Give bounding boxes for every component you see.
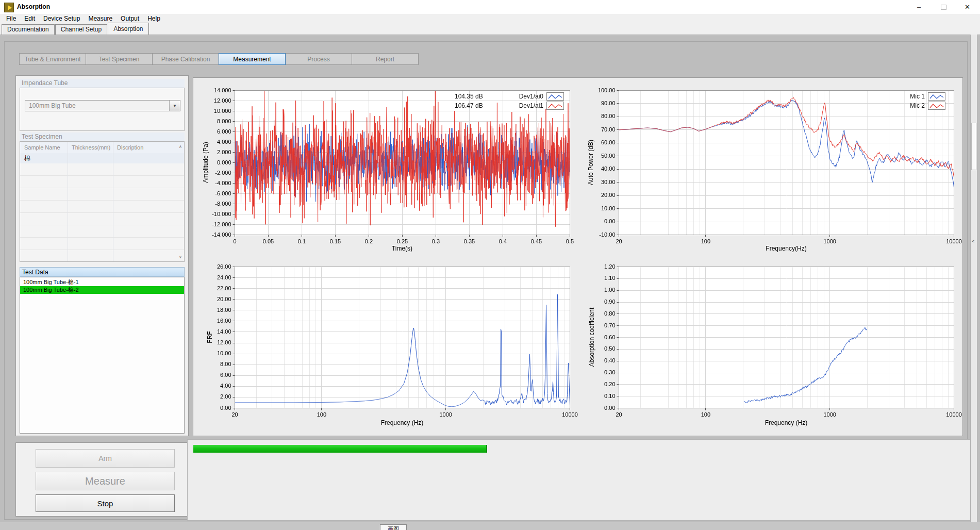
subtab-test-specimen[interactable]: Test Specimen: [86, 53, 153, 65]
app-icon: [4, 3, 14, 12]
legend-label: Dev1/ai1: [516, 102, 543, 109]
maximize-icon: [941, 5, 946, 10]
y-axis-label: FRF: [206, 286, 213, 389]
tab-documentation[interactable]: Documentation: [2, 24, 55, 35]
legend-label: Dev1/ai0: [516, 93, 543, 100]
absorption-coefficient-chart[interactable]: [585, 260, 967, 421]
table-empty-rows: [20, 163, 184, 261]
stop-button[interactable]: Stop: [36, 494, 175, 512]
test-data-list[interactable]: 100mm Big Tube-棉-1 100mm Big Tube-棉-2: [20, 277, 185, 434]
tab-channel-setup[interactable]: Channel Setup: [55, 24, 107, 35]
series-line-icon[interactable]: [546, 102, 564, 110]
x-axis-label: Frequency (Hz): [735, 419, 838, 426]
actions-panel: Arm Measure Stop: [15, 442, 189, 517]
column-discription: Discription: [113, 144, 184, 151]
collapse-left-icon[interactable]: <: [972, 239, 974, 244]
x-axis-label: Time(s): [351, 245, 454, 252]
legend-row: Mic 2: [875, 101, 945, 110]
subtab-phase-calibration[interactable]: Phase Calibration: [152, 53, 219, 65]
column-thickness: Thickness(mm): [68, 144, 113, 151]
table-row[interactable]: 棉: [20, 153, 184, 163]
auto-power-legend: Mic 1Mic 2: [875, 92, 945, 110]
table-header-row: Sample Name Thickness(mm) Discription: [20, 142, 184, 154]
scrollbar-thumb[interactable]: [971, 123, 976, 170]
frf-chart[interactable]: [201, 260, 583, 421]
cell-sample-name: 棉: [20, 154, 30, 163]
measure-button[interactable]: Measure: [36, 472, 175, 490]
play-arrow-icon: [8, 5, 12, 10]
dropdown-arrow-button[interactable]: ▼: [169, 101, 180, 111]
main-tab-strip: Documentation Channel Setup Absorption: [0, 24, 980, 35]
dropdown-selected-value: 100mm Big Tube: [25, 102, 169, 109]
progress-track: [193, 445, 967, 453]
y-axis-label: Auto Power (dB): [587, 111, 594, 214]
impedance-tube-header: Impendace Tube: [20, 79, 185, 88]
series-line-icon[interactable]: [546, 92, 564, 101]
menu-item-device-setup[interactable]: Device Setup: [39, 14, 84, 24]
vertical-scrollbar[interactable]: <: [970, 35, 977, 522]
x-axis-label: Frequency (Hz): [351, 419, 454, 426]
scroll-up-icon[interactable]: ∧: [178, 144, 183, 149]
legend-value: 106.47 dB: [455, 102, 516, 109]
arm-button[interactable]: Arm: [36, 449, 175, 468]
y-axis-label: Amplitude (Pa): [202, 111, 209, 214]
test-specimen-table[interactable]: Sample Name Thickness(mm) Discription 棉 …: [20, 141, 185, 262]
column-separator: [113, 142, 113, 261]
tab-absorption[interactable]: Absorption: [108, 23, 148, 35]
application-window: Absorption – ✕ File Edit Device Setup Me…: [0, 0, 980, 530]
series-line-icon[interactable]: [928, 92, 945, 101]
time-chart-legend: 104.35 dBDev1/ai0106.47 dBDev1/ai1: [455, 92, 564, 110]
list-item-selected[interactable]: 100mm Big Tube-棉-2: [20, 286, 184, 294]
chevron-down-icon: ▼: [173, 104, 177, 108]
taskbar: 画图: [0, 522, 980, 530]
series-line-icon[interactable]: [928, 102, 945, 110]
subtab-report[interactable]: Report: [352, 53, 419, 65]
legend-row: Mic 1: [875, 92, 945, 101]
x-axis-label: Frequency(Hz): [735, 245, 838, 252]
legend-value: 104.35 dB: [455, 93, 516, 100]
legend-label: Mic 1: [875, 93, 925, 100]
sidebar-panel: Impendace Tube 100mm Big Tube ▼ Test Spe…: [15, 75, 189, 436]
progress-panel: [187, 439, 973, 521]
window-title: Absorption: [17, 0, 50, 14]
menu-item-edit[interactable]: Edit: [20, 14, 39, 24]
maximize-button[interactable]: [932, 0, 955, 14]
column-sample-name: Sample Name: [20, 144, 68, 151]
impedance-tube-dropdown[interactable]: 100mm Big Tube ▼: [25, 100, 180, 111]
progress-bar-fill: [193, 445, 487, 453]
taskbar-peek-button[interactable]: 画图: [380, 524, 407, 530]
legend-row: 104.35 dBDev1/ai0: [455, 92, 564, 101]
title-bar: Absorption – ✕: [0, 0, 980, 14]
list-item[interactable]: 100mm Big Tube-棉-1: [20, 278, 184, 286]
close-button[interactable]: ✕: [956, 0, 979, 14]
test-data-header: Test Data: [20, 267, 185, 277]
minimize-button[interactable]: –: [907, 0, 931, 14]
subtab-process[interactable]: Process: [285, 53, 352, 65]
column-separator: [68, 142, 68, 261]
subtab-tube-environment[interactable]: Tube & Environment: [19, 53, 86, 65]
legend-row: 106.47 dBDev1/ai1: [455, 101, 564, 110]
impedance-tube-group: 100mm Big Tube ▼: [20, 88, 185, 131]
menu-item-file[interactable]: File: [2, 14, 20, 24]
y-axis-label: Absorption coefficient: [588, 286, 595, 389]
legend-label: Mic 2: [875, 102, 925, 109]
subtab-measurement[interactable]: Measurement: [219, 53, 286, 65]
test-specimen-header: Test Specimen: [20, 132, 185, 141]
sub-tab-strip: Tube & Environment Test Specimen Phase C…: [20, 53, 419, 65]
scroll-down-icon[interactable]: ∨: [178, 255, 183, 259]
